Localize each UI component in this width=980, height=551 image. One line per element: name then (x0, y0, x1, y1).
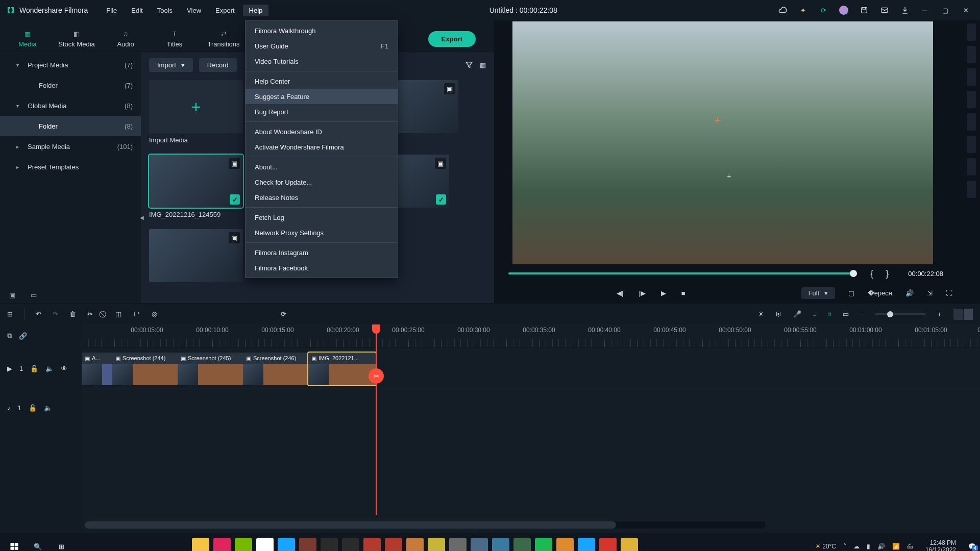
system-tray[interactable]: ☀ 20°C ˄ ☁ ▮ 🔊 📶 🖮 12:48 PM 16/12/2022 💬… (815, 539, 976, 551)
timeline-options-icon[interactable]: ⧉ (7, 332, 12, 340)
taskbar-app[interactable] (556, 538, 574, 551)
taskbar-app[interactable] (363, 538, 381, 551)
shield-icon[interactable]: ⛨ (775, 310, 782, 318)
tree-global-folder[interactable]: Folder(8) (0, 116, 141, 136)
timeline-ruler[interactable]: 00:00:05:00 00:00:10:00 00:00:15:00 00:0… (82, 324, 980, 347)
zoom-knob[interactable] (887, 311, 893, 317)
tree-sample-media[interactable]: ▸Sample Media(101) (0, 136, 141, 157)
taskbar-app[interactable] (385, 538, 402, 551)
import-dropdown[interactable]: Import▾ (149, 58, 193, 72)
tree-preset-templates[interactable]: ▸Preset Templates (0, 157, 141, 177)
help-menu-item[interactable]: Bug Report (246, 104, 398, 119)
taskbar-app[interactable] (235, 538, 252, 551)
preview-viewport[interactable]: + + (512, 21, 933, 264)
export-button[interactable]: Export (428, 31, 476, 47)
zoom-out-button[interactable]: − (860, 310, 864, 318)
help-menu-item[interactable]: Suggest a Feature (246, 89, 398, 104)
marker-slot[interactable] (967, 158, 976, 176)
snap-icon[interactable]: ▭ (843, 310, 849, 318)
timeline-scrollbar[interactable] (85, 521, 766, 529)
menu-file[interactable]: File (100, 5, 123, 16)
taskbar-app[interactable] (492, 538, 509, 551)
play-button[interactable]: ▶ (661, 289, 666, 297)
import-media-tile[interactable]: + Import Media (149, 80, 243, 145)
timeline-view-toggle[interactable] (952, 309, 973, 320)
timeline-clip[interactable]: ▣IMG_2022121... (308, 353, 376, 385)
help-menu-item[interactable]: Filmora Walkthrough (246, 23, 398, 38)
mail-icon[interactable] (880, 6, 889, 15)
help-menu-item[interactable]: About Wondershare ID (246, 124, 398, 139)
download-icon[interactable] (900, 6, 910, 15)
preview-quality-select[interactable]: Full▾ (801, 287, 835, 299)
snapshot-icon[interactable]: �ересн (868, 289, 892, 297)
record-dropdown[interactable]: Record (199, 58, 237, 72)
window-maximize[interactable]: ▢ (935, 0, 955, 20)
notifications-button[interactable]: 💬4 (968, 543, 976, 550)
mark-in-button[interactable]: { (870, 268, 873, 279)
taskbar-app[interactable] (192, 538, 209, 551)
visibility-icon[interactable]: 👁 (61, 365, 67, 372)
taskbar-app[interactable] (621, 538, 638, 551)
panel-collapse-icon[interactable]: ◀ (140, 215, 144, 220)
delete-button[interactable]: 🗑 (69, 310, 76, 318)
tree-project-media[interactable]: ▾Project Media(7) (0, 55, 141, 75)
menu-export[interactable]: Export (209, 5, 241, 16)
window-close[interactable]: ✕ (955, 0, 976, 20)
mark-out-button[interactable]: } (886, 268, 889, 279)
menu-help[interactable]: Help (243, 5, 269, 16)
help-menu-item[interactable]: User GuideF1 (246, 38, 398, 54)
timeline-clip[interactable]: ▣Screenshot (246) (243, 353, 308, 385)
tab-stock-media[interactable]: ◧ Stock Media (52, 27, 101, 51)
video-track-header[interactable]: ▶ 1 🔓 🔈 👁 (0, 347, 82, 390)
headset-icon[interactable]: ⟳ (819, 6, 828, 15)
timeline-clip[interactable]: ▣Screenshot (245) (178, 353, 243, 385)
lock-icon[interactable]: 🔓 (30, 365, 38, 372)
taskbar-app[interactable] (578, 538, 595, 551)
taskbar-app[interactable] (256, 538, 274, 551)
tray-chevron-icon[interactable]: ˄ (843, 543, 846, 550)
scrubber-knob[interactable] (850, 270, 857, 277)
onedrive-icon[interactable]: ☁ (853, 543, 860, 550)
weather-widget[interactable]: ☀ 20°C (815, 543, 836, 550)
taskbar-app[interactable] (299, 538, 316, 551)
help-menu-item[interactable]: Release Notes (246, 190, 398, 205)
tree-project-folder[interactable]: Folder(7) (0, 75, 141, 95)
zoom-in-button[interactable]: + (937, 310, 941, 318)
menu-tools[interactable]: Tools (151, 5, 179, 16)
text-tool-icon[interactable]: T⁺ (133, 310, 140, 318)
search-button[interactable]: 🔍 (28, 536, 48, 551)
menu-edit[interactable]: Edit (125, 5, 149, 16)
volume-icon[interactable]: 🔊 (905, 289, 914, 297)
task-view-button[interactable]: ⊞ (51, 536, 71, 551)
filter-icon[interactable] (464, 60, 474, 69)
save-icon[interactable] (860, 6, 869, 15)
help-menu-item[interactable]: About... (246, 159, 398, 174)
playhead[interactable]: ✂ (376, 324, 377, 515)
link-icon[interactable]: 🔗 (19, 332, 27, 340)
help-menu-item[interactable]: Filmora Instagram (246, 245, 398, 260)
timeline-clip[interactable]: ▣A... (82, 353, 112, 385)
audio-track[interactable] (82, 390, 980, 425)
export-frame-icon[interactable]: ⇲ (927, 289, 933, 297)
help-menu-item[interactable]: Help Center (246, 73, 398, 89)
color-tool-icon[interactable]: ◎ (152, 310, 157, 318)
tab-media[interactable]: ▦ Media (3, 27, 52, 51)
taskbar-app[interactable] (406, 538, 424, 551)
marker-slot[interactable] (967, 91, 976, 108)
speed-tool-icon[interactable]: ⟳ (281, 310, 286, 318)
taskbar-app[interactable] (278, 538, 295, 551)
grid-view-icon[interactable]: ▦ (480, 61, 486, 69)
mute-icon[interactable]: 🔈 (44, 404, 52, 412)
lock-icon[interactable]: 🔓 (29, 404, 37, 412)
clock[interactable]: 12:48 PM 16/12/2022 (925, 539, 956, 551)
marker-slot[interactable] (967, 136, 976, 153)
auto-ripple-icon[interactable]: ⌗ (828, 310, 831, 318)
help-menu-item[interactable]: Network Proxy Settings (246, 225, 398, 240)
taskbar-app[interactable] (471, 538, 488, 551)
fullscreen-icon[interactable]: ⛶ (946, 289, 952, 297)
stop-button[interactable]: ■ (681, 289, 685, 297)
next-frame-button[interactable]: |▶ (639, 289, 645, 297)
split-button[interactable]: ✂ (87, 310, 93, 318)
taskbar-app[interactable] (428, 538, 445, 551)
tree-global-media[interactable]: ▾Global Media(8) (0, 95, 141, 116)
